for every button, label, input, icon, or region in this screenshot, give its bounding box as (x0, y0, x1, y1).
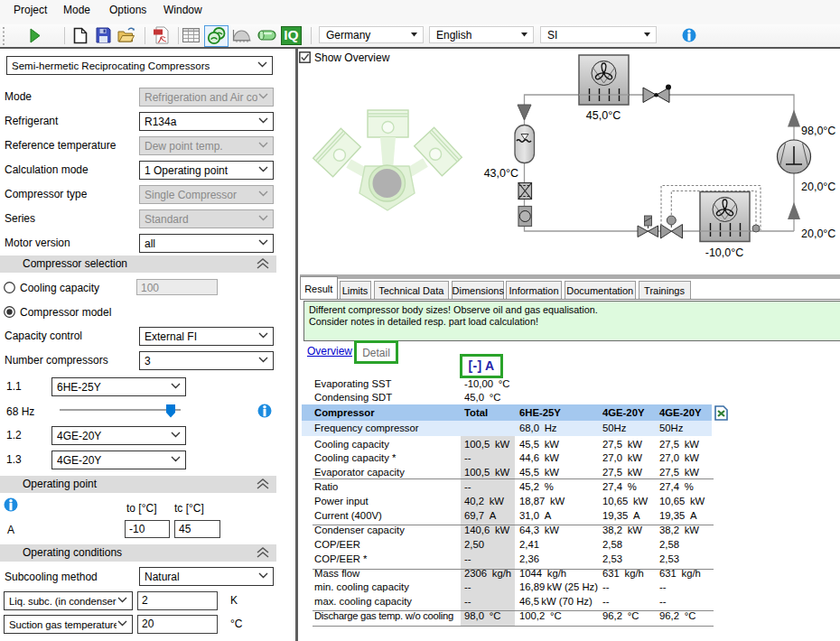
svg-text:-10,0°C: -10,0°C (705, 246, 744, 259)
svg-text:20,0°C: 20,0°C (801, 181, 835, 193)
svg-text:20,0°C: 20,0°C (801, 228, 835, 240)
svg-text:98,0°C: 98,0°C (801, 125, 835, 137)
svg-text:45,0°C: 45,0°C (586, 109, 621, 122)
svg-text:43,0°C: 43,0°C (484, 167, 518, 180)
